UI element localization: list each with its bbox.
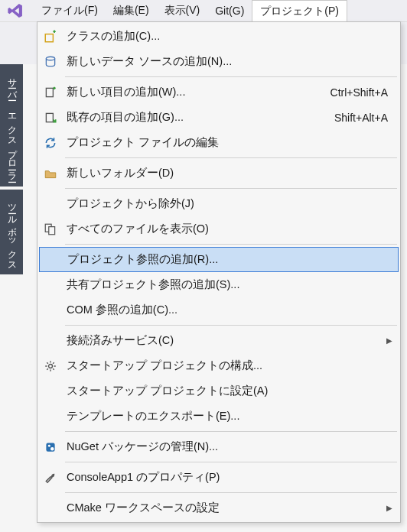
blank-icon — [40, 248, 63, 271]
separator — [65, 188, 397, 189]
menuitem-edit-project-file[interactable]: プロジェクト ファイルの編集 — [39, 130, 399, 155]
new-item-icon — [39, 79, 62, 105]
menuitem-add-existing-item[interactable]: 既存の項目の追加(G)... Shift+Alt+A — [39, 105, 399, 130]
blank-icon — [39, 378, 62, 404]
svg-point-1 — [46, 57, 54, 60]
menuitem-label: すべてのファイルを表示(O) — [62, 222, 386, 236]
nuget-icon — [39, 434, 62, 459]
separator — [65, 492, 397, 493]
menuitem-label: 新しい項目の追加(W)... — [62, 85, 330, 99]
menuitem-set-as-startup-project[interactable]: スタートアップ プロジェクトに設定(A) — [39, 378, 399, 404]
menuitem-label: CMake ワークスペースの設定 — [62, 501, 386, 515]
menu-git-label: Git(G) — [215, 5, 244, 17]
menuitem-label: ConsoleApp1 のプロパティ(P) — [62, 470, 386, 485]
chevron-right-icon: ▶ — [386, 504, 399, 512]
menuitem-cmake-workspace-settings[interactable]: CMake ワークスペースの設定 ▶ — [39, 495, 399, 521]
blank-icon — [39, 328, 62, 353]
menu-view[interactable]: 表示(V) — [157, 0, 208, 21]
menuitem-show-all-files[interactable]: すべてのファイルを表示(O) — [39, 216, 399, 242]
menuitem-add-new-item[interactable]: 新しい項目の追加(W)... Ctrl+Shift+A — [39, 79, 399, 105]
menu-edit[interactable]: 編集(E) — [106, 0, 157, 21]
menu-file[interactable]: ファイル(F) — [34, 0, 106, 21]
menu-file-label: ファイル(F) — [41, 4, 98, 18]
wrench-icon — [39, 465, 62, 490]
svg-rect-2 — [46, 88, 53, 96]
side-tab-label: ツールボックス — [5, 197, 18, 267]
menu-git[interactable]: Git(G) — [207, 0, 252, 21]
side-tab-label: サーバー エクスプローラー — [5, 72, 18, 178]
menubar: ファイル(F) 編集(E) 表示(V) Git(G) プロジェクト(P) — [0, 0, 407, 21]
side-tab-server-explorer[interactable]: サーバー エクスプローラー — [0, 64, 23, 187]
menuitem-label: テンプレートのエクスポート(E)... — [62, 409, 386, 423]
menuitem-label: プロジェクト参照の追加(R)... — [63, 252, 386, 267]
menuitem-label: NuGet パッケージの管理(N)... — [62, 440, 386, 454]
menuitem-label: スタートアップ プロジェクトに設定(A) — [62, 384, 386, 398]
menu-project[interactable]: プロジェクト(P) — [252, 0, 347, 21]
add-class-icon — [39, 24, 62, 49]
side-tab-toolbox[interactable]: ツールボックス — [0, 190, 23, 274]
separator — [65, 157, 397, 158]
menuitem-add-project-reference[interactable]: プロジェクト参照の追加(R)... — [39, 247, 399, 272]
separator — [65, 244, 397, 245]
new-folder-icon — [39, 161, 62, 186]
separator — [65, 431, 397, 432]
menuitem-shortcut: Shift+Alt+A — [334, 112, 399, 124]
menuitem-new-folder[interactable]: 新しいフォルダー(D) — [39, 161, 399, 186]
existing-item-icon — [39, 105, 62, 130]
blank-icon — [39, 404, 62, 429]
separator — [65, 462, 397, 462]
menuitem-connected-services[interactable]: 接続済みサービス(C) ▶ — [39, 328, 399, 353]
refresh-icon — [39, 130, 62, 155]
side-tabs: サーバー エクスプローラー ツールボックス — [0, 64, 23, 277]
menuitem-add-data-source[interactable]: 新しいデータ ソースの追加(N)... — [39, 49, 399, 74]
menuitem-add-class[interactable]: クラスの追加(C)... — [39, 24, 399, 49]
menuitem-export-template[interactable]: テンプレートのエクスポート(E)... — [39, 404, 399, 429]
svg-rect-7 — [46, 443, 54, 451]
blank-icon — [39, 272, 62, 297]
menu-edit-label: 編集(E) — [113, 4, 149, 18]
gear-icon — [39, 353, 62, 378]
svg-point-9 — [50, 447, 54, 451]
menuitem-label: プロジェクトから除外(J) — [62, 196, 386, 211]
project-menu-dropdown: クラスの追加(C)... 新しいデータ ソースの追加(N)... 新しい項目の追… — [37, 21, 401, 523]
menuitem-exclude-from-project[interactable]: プロジェクトから除外(J) — [39, 191, 399, 216]
menuitem-label: 接続済みサービス(C) — [62, 333, 386, 348]
blank-icon — [39, 191, 62, 216]
menu-view-label: 表示(V) — [164, 4, 200, 18]
menuitem-shortcut: Ctrl+Shift+A — [330, 86, 399, 99]
menuitem-label: 新しいデータ ソースの追加(N)... — [62, 54, 386, 69]
svg-point-6 — [49, 364, 53, 368]
separator — [65, 325, 397, 326]
visual-studio-logo-icon — [6, 2, 24, 20]
menuitem-configure-startup-projects[interactable]: スタートアップ プロジェクトの構成... — [39, 353, 399, 378]
menuitem-label: クラスの追加(C)... — [62, 29, 386, 44]
menuitem-label: 新しいフォルダー(D) — [62, 166, 386, 180]
svg-rect-3 — [46, 113, 53, 122]
svg-rect-0 — [45, 34, 53, 41]
svg-rect-5 — [49, 226, 55, 234]
chevron-right-icon: ▶ — [386, 336, 399, 345]
menuitem-label: スタートアップ プロジェクトの構成... — [62, 358, 386, 373]
blank-icon — [39, 495, 62, 521]
menuitem-add-shared-project-reference[interactable]: 共有プロジェクト参照の追加(S)... — [39, 272, 399, 297]
menuitem-label: プロジェクト ファイルの編集 — [62, 135, 386, 150]
menuitem-manage-nuget-packages[interactable]: NuGet パッケージの管理(N)... — [39, 434, 399, 459]
menuitem-label: 既存の項目の追加(G)... — [62, 110, 334, 125]
data-source-icon — [39, 49, 62, 74]
menuitem-label: COM 参照の追加(C)... — [62, 303, 386, 317]
menu-project-label: プロジェクト(P) — [260, 5, 339, 18]
menuitem-label: 共有プロジェクト参照の追加(S)... — [62, 277, 386, 292]
menuitem-project-properties[interactable]: ConsoleApp1 のプロパティ(P) — [39, 465, 399, 490]
svg-point-8 — [48, 444, 50, 446]
separator — [65, 76, 397, 77]
menuitem-add-com-reference[interactable]: COM 参照の追加(C)... — [39, 297, 399, 323]
blank-icon — [39, 297, 62, 323]
show-all-icon — [39, 216, 62, 242]
